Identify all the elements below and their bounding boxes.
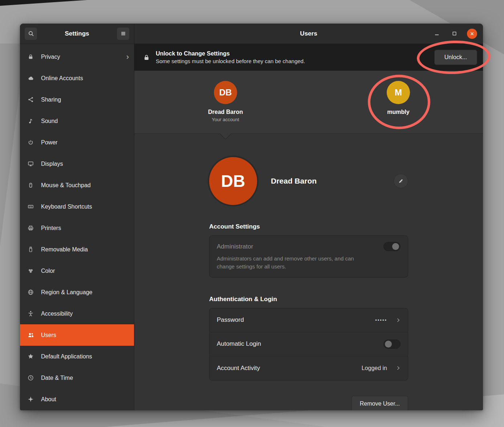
lock-icon xyxy=(27,54,34,60)
user-chip-mumbly[interactable]: M mumbly xyxy=(367,81,429,115)
sidebar-item-label: Sharing xyxy=(41,97,61,103)
close-button[interactable] xyxy=(467,29,477,39)
sparkle-icon xyxy=(27,396,34,402)
automatic-login-label: Automatic Login xyxy=(217,340,261,348)
desktop-background: Settings Privacy › xyxy=(0,0,504,427)
sidebar-item-label: Privacy xyxy=(41,54,60,60)
settings-window: Settings Privacy › xyxy=(20,24,483,410)
user-chip-dread-baron[interactable]: DB Dread Baron Your account xyxy=(195,81,256,122)
account-activity-row[interactable]: Account Activity Logged in xyxy=(210,356,408,380)
account-activity-value: Logged in xyxy=(362,365,387,371)
sidebar: Settings Privacy › xyxy=(20,24,134,410)
toggle-knob xyxy=(392,243,399,250)
sidebar-item-color[interactable]: Color xyxy=(20,260,134,282)
remove-user-button[interactable]: Remove User... xyxy=(351,396,408,411)
sidebar-header: Settings xyxy=(20,24,134,44)
password-dots: ••••• xyxy=(375,317,387,323)
authentication-login-heading: Authentication & Login xyxy=(209,296,408,303)
avatar: DB xyxy=(209,157,257,205)
share-icon xyxy=(27,97,34,103)
banner-text: Unlock to Change Settings Some settings … xyxy=(156,50,305,64)
color-profile-icon xyxy=(27,268,34,274)
content-area: DB Dread Baron Account Settings Administ… xyxy=(134,134,483,410)
sidebar-item-label: Date & Time xyxy=(41,375,73,381)
globe-icon xyxy=(27,289,34,295)
background-shape xyxy=(0,0,87,6)
administrator-card: Administrator Administrators can add and… xyxy=(209,235,408,278)
banner-subtitle: Some settings must be unlocked before th… xyxy=(156,58,305,64)
password-label: Password xyxy=(217,316,244,324)
sidebar-item-online-accounts[interactable]: Online Accounts xyxy=(20,67,134,89)
page-title: Users xyxy=(300,30,317,37)
pencil-icon xyxy=(398,178,404,184)
sidebar-item-date-time[interactable]: Date & Time xyxy=(20,367,134,389)
sidebar-item-label: Users xyxy=(41,332,56,338)
authentication-card: Password ••••• Automatic Login xyxy=(209,308,408,381)
sidebar-item-removable-media[interactable]: Removable Media xyxy=(20,239,134,260)
chevron-right-icon xyxy=(396,318,401,323)
sidebar-item-about[interactable]: About xyxy=(20,389,134,410)
sidebar-item-label: Mouse & Touchpad xyxy=(41,182,91,189)
chevron-right-icon xyxy=(396,366,401,370)
users-icon xyxy=(27,332,34,338)
sidebar-item-label: Color xyxy=(41,268,55,274)
close-icon xyxy=(470,31,475,36)
mouse-icon xyxy=(27,182,34,188)
sidebar-item-sharing[interactable]: Sharing xyxy=(20,89,134,110)
unlock-button[interactable]: Unlock... xyxy=(434,50,477,65)
star-icon xyxy=(27,353,34,360)
banner-title: Unlock to Change Settings xyxy=(156,50,305,57)
main-panel: Users xyxy=(134,24,483,410)
primary-menu-button[interactable] xyxy=(117,27,130,40)
sidebar-item-keyboard-shortcuts[interactable]: Keyboard Shortcuts xyxy=(20,196,134,217)
sidebar-item-label: Region & Language xyxy=(41,289,92,296)
avatar: DB xyxy=(214,81,237,104)
search-icon xyxy=(28,30,34,37)
sidebar-title: Settings xyxy=(40,30,114,37)
administrator-label: Administrator xyxy=(217,243,253,250)
password-row[interactable]: Password ••••• xyxy=(210,308,408,332)
power-icon xyxy=(27,139,34,145)
minimize-icon xyxy=(434,31,440,37)
clock-icon xyxy=(27,375,34,381)
hamburger-menu-icon xyxy=(120,30,126,37)
sidebar-item-sound[interactable]: Sound xyxy=(20,110,134,132)
administrator-toggle[interactable] xyxy=(383,242,401,251)
sidebar-item-label: Online Accounts xyxy=(41,75,83,82)
maximize-icon xyxy=(452,31,457,36)
account-activity-label: Account Activity xyxy=(217,365,260,372)
cloud-icon xyxy=(27,75,34,81)
chevron-right-icon: › xyxy=(126,53,129,61)
content-headerbar: Users xyxy=(134,24,483,44)
sidebar-item-label: Printers xyxy=(41,225,61,231)
display-icon xyxy=(27,161,34,167)
music-note-icon xyxy=(27,118,34,124)
user-switcher: DB Dread Baron Your account M mumbly xyxy=(134,71,483,134)
avatar: M xyxy=(387,81,410,104)
sidebar-item-label: Accessibility xyxy=(41,311,73,317)
sidebar-item-power[interactable]: Power xyxy=(20,132,134,153)
sidebar-item-region-language[interactable]: Region & Language xyxy=(20,282,134,303)
window-controls xyxy=(432,24,477,44)
automatic-login-row: Automatic Login xyxy=(210,332,408,356)
edit-avatar-button[interactable] xyxy=(394,174,408,188)
sidebar-item-label: About xyxy=(41,396,56,403)
sidebar-item-users[interactable]: Users xyxy=(20,324,134,346)
sidebar-item-printers[interactable]: Printers xyxy=(20,217,134,239)
account-settings-heading: Account Settings xyxy=(209,223,408,230)
sidebar-item-default-applications[interactable]: Default Applications xyxy=(20,346,134,367)
sidebar-item-label: Displays xyxy=(41,161,63,167)
toggle-knob xyxy=(385,341,392,348)
sidebar-item-privacy[interactable]: Privacy › xyxy=(20,46,134,67)
administrator-description: Administrators can add and remove other … xyxy=(217,255,373,271)
minimize-button[interactable] xyxy=(432,29,442,38)
sidebar-item-accessibility[interactable]: Accessibility xyxy=(20,303,134,324)
profile-row: DB Dread Baron xyxy=(209,157,408,205)
sidebar-item-displays[interactable]: Displays xyxy=(20,153,134,175)
printer-icon xyxy=(27,225,34,231)
search-button[interactable] xyxy=(24,27,37,40)
maximize-button[interactable] xyxy=(450,29,459,38)
user-subtitle: Your account xyxy=(212,117,239,122)
automatic-login-toggle[interactable] xyxy=(383,340,401,349)
sidebar-item-mouse-touchpad[interactable]: Mouse & Touchpad xyxy=(20,175,134,196)
